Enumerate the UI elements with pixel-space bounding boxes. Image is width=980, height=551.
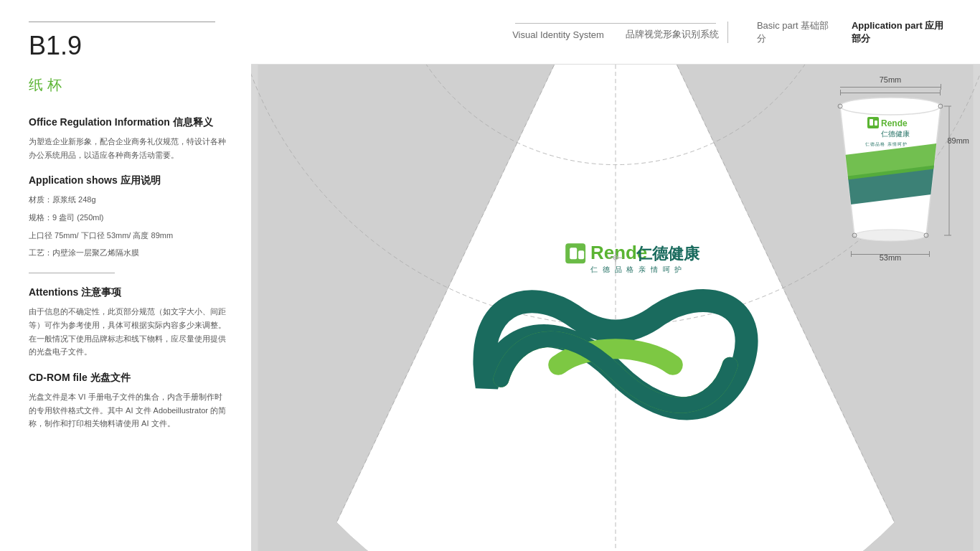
cup-3d-preview: 75mm (815, 75, 966, 276)
section2-line2: 规格：9 盎司 (250ml) (29, 211, 230, 225)
section1-title: Office Regulation Information 信息释义 (29, 116, 230, 129)
svg-text:仁德健康: 仁德健康 (881, 130, 910, 138)
dim-75mm: 75mm (815, 75, 966, 90)
svg-rect-7 (570, 248, 577, 259)
top-divider (29, 22, 215, 22)
svg-point-15 (840, 98, 941, 115)
header-texts: Visual Identity System 品牌视觉形象识别系统 (512, 28, 719, 41)
svg-text:仁德品格 亲情呵护: 仁德品格 亲情呵护 (864, 141, 908, 146)
svg-text:仁  德  品  格    亲  情  呵  护: 仁 德 品 格 亲 情 呵 护 (590, 265, 683, 273)
section4-text: 光盘文件是本 VI 手册电子文件的集合，内含手册制作时的专用软件格式文件。其中 … (29, 390, 230, 430)
svg-rect-8 (578, 250, 584, 259)
section1-text: 为塑造企业新形象，配合企业商务礼仪规范，特设计各种办公系统用品，以适应各种商务活… (29, 135, 230, 161)
section2-line3: 上口径 75mm/ 下口径 53mm/ 高度 89mm (29, 229, 230, 242)
section-divider (29, 273, 115, 273)
header-inner: Visual Identity System 品牌视觉形象识别系统 Basic … (251, 19, 980, 45)
header-cn-label: 品牌视觉形象识别系统 (626, 28, 719, 41)
header-center: Visual Identity System 品牌视觉形象识别系统 (504, 23, 727, 41)
header-right-divider (727, 22, 728, 43)
page-number: B1.9 (29, 31, 230, 61)
section2-line1: 材质：原浆纸 248g (29, 193, 230, 207)
dim-89mm-label: 89mm (947, 136, 969, 145)
header-app-label: Application part 应用部分 (852, 19, 951, 45)
section3-text: 由于信息的不确定性，此页部分规范（如文字大小、间距等）可作为参考使用，具体可根据… (29, 305, 230, 359)
page-title: 纸 杯 (29, 75, 230, 95)
header-vis-label: Visual Identity System (512, 29, 604, 40)
header-right: Basic part 基础部分 Application part 应用部分 (727, 19, 951, 45)
header-top-line (515, 23, 716, 24)
cup-3d-svg: Rende 仁德健康 仁德品格 亲情呵护 (819, 92, 962, 250)
main-canvas: Rende 仁德健康 仁 德 品 格 亲 情 呵 护 75mm (251, 65, 980, 551)
section2-line4: 工艺：内壁涂一层聚乙烯隔水膜 (29, 246, 230, 260)
header-basic-label: Basic part 基础部分 (757, 19, 830, 45)
dim-53mm: 53mm (815, 251, 966, 262)
svg-rect-18 (870, 119, 873, 126)
svg-rect-19 (875, 121, 877, 126)
svg-text:仁德健康: 仁德健康 (636, 245, 700, 263)
svg-text:Rende: Rende (881, 118, 908, 128)
section4-title: CD-ROM file 光盘文件 (29, 372, 230, 385)
left-panel: B1.9 纸 杯 Office Regulation Information 信… (0, 0, 251, 551)
svg-point-16 (854, 230, 926, 241)
page-header: Visual Identity System 品牌视觉形象识别系统 Basic … (251, 0, 980, 65)
section2-title: Application shows 应用说明 (29, 174, 230, 187)
section3-title: Attentions 注意事项 (29, 286, 230, 299)
